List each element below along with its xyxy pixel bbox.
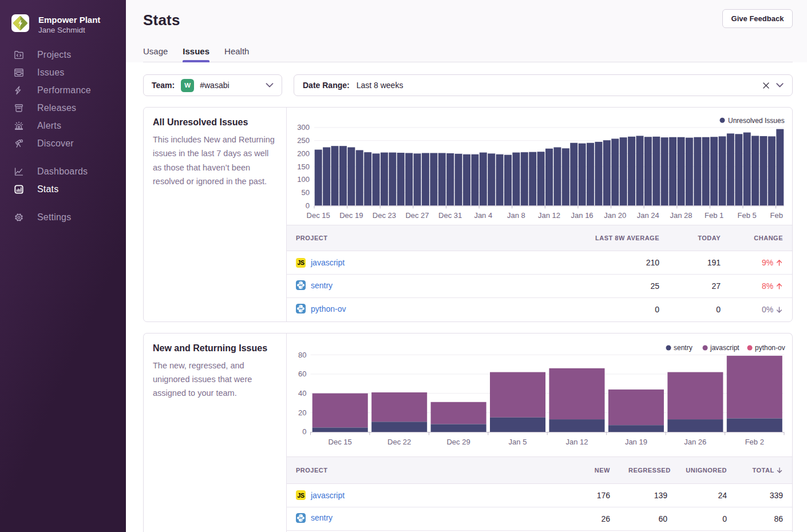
svg-text:250: 250 <box>297 136 310 145</box>
svg-text:0: 0 <box>306 201 310 210</box>
svg-text:Dec 19: Dec 19 <box>339 211 363 220</box>
svg-text:200: 200 <box>297 149 310 158</box>
svg-text:Unresolved Issues: Unresolved Issues <box>728 117 785 125</box>
svg-text:0: 0 <box>302 427 306 436</box>
svg-text:Dec 15: Dec 15 <box>329 438 352 446</box>
svg-text:javascript: javascript <box>710 344 739 352</box>
svg-text:150: 150 <box>297 162 310 171</box>
svg-text:Feb: Feb <box>770 211 783 220</box>
svg-text:python-ov: python-ov <box>755 344 785 352</box>
svg-text:Jan 5: Jan 5 <box>509 438 527 446</box>
svg-text:Dec 22: Dec 22 <box>387 438 411 446</box>
svg-text:Feb 1: Feb 1 <box>705 211 723 220</box>
svg-text:50: 50 <box>302 188 310 197</box>
svg-text:40: 40 <box>298 389 306 398</box>
svg-text:100: 100 <box>297 175 310 184</box>
svg-text:Feb 2: Feb 2 <box>745 438 764 446</box>
svg-text:Jan 28: Jan 28 <box>670 211 692 220</box>
svg-text:Jan 12: Jan 12 <box>565 438 588 446</box>
svg-text:Dec 27: Dec 27 <box>405 211 429 220</box>
svg-text:Dec 31: Dec 31 <box>438 211 462 220</box>
svg-text:Jan 24: Jan 24 <box>637 211 659 220</box>
svg-text:Jan 12: Jan 12 <box>538 211 560 220</box>
svg-text:Jan 26: Jan 26 <box>684 438 706 446</box>
svg-text:Jan 4: Jan 4 <box>474 211 492 220</box>
svg-text:sentry: sentry <box>674 344 693 352</box>
svg-text:Jan 19: Jan 19 <box>625 438 647 446</box>
svg-text:60: 60 <box>298 370 306 378</box>
svg-text:20: 20 <box>298 408 306 416</box>
svg-text:Dec 15: Dec 15 <box>307 211 330 220</box>
svg-text:Jan 20: Jan 20 <box>604 211 626 220</box>
svg-text:Feb 5: Feb 5 <box>738 211 757 220</box>
svg-text:Jan 16: Jan 16 <box>571 211 594 220</box>
svg-text:Dec 29: Dec 29 <box>446 438 470 446</box>
svg-text:Dec 23: Dec 23 <box>373 211 396 220</box>
svg-text:300: 300 <box>297 123 310 132</box>
svg-text:80: 80 <box>298 350 306 359</box>
svg-text:Jan 8: Jan 8 <box>507 211 525 220</box>
